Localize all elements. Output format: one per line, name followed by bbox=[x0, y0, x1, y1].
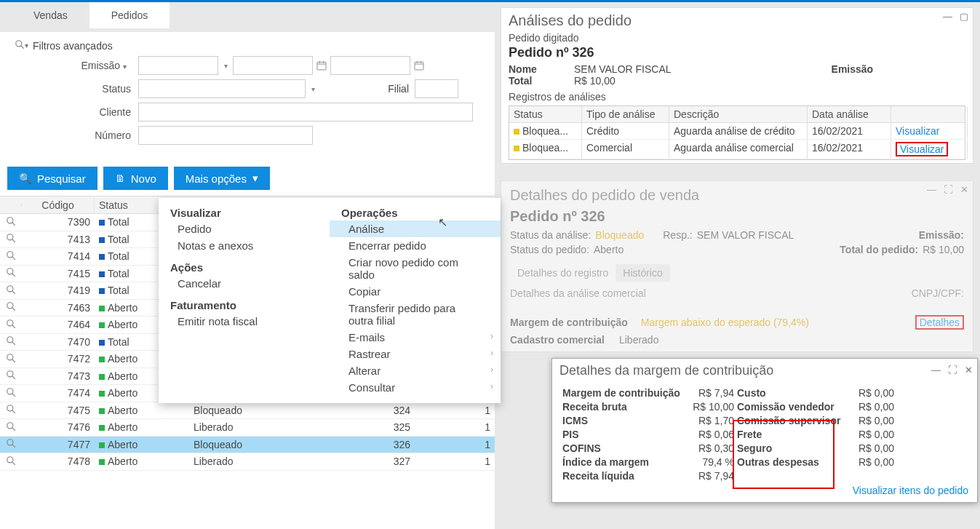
close-icon[interactable]: ✕ bbox=[960, 184, 968, 195]
row-search-icon[interactable] bbox=[0, 318, 22, 332]
filial-label: Filial bbox=[320, 83, 415, 95]
status-dot bbox=[99, 391, 105, 397]
chevron-down-icon[interactable]: ▾ bbox=[123, 63, 127, 71]
menu-consultar[interactable]: Consultar› bbox=[330, 379, 501, 396]
col-status: Status bbox=[509, 106, 582, 122]
cell-codigo: 7419 bbox=[22, 284, 95, 297]
mais-opcoes-button[interactable]: Mais opções ▾ bbox=[174, 167, 270, 190]
calendar-icon[interactable] bbox=[410, 60, 428, 71]
minimize-icon[interactable]: — bbox=[943, 11, 952, 22]
tab-vendas[interactable]: Vendas bbox=[12, 2, 89, 28]
table-row[interactable]: 7478 Aberto Liberado 327 1 bbox=[0, 453, 495, 471]
margin-left-value: R$ 7,94 bbox=[686, 387, 737, 399]
table-row[interactable]: 7477 Aberto Bloqueado 326 1 bbox=[0, 437, 495, 454]
menu-encerrar[interactable]: Encerrar pedido bbox=[330, 237, 501, 254]
pesquisar-button[interactable]: 🔍Pesquisar bbox=[7, 167, 97, 190]
row-search-icon[interactable] bbox=[0, 232, 22, 246]
emissao-label: Emissão bbox=[832, 63, 874, 75]
menu-emitir-nf[interactable]: Emitir nota fiscal bbox=[159, 313, 330, 330]
filtros-avancados-label[interactable]: Filtros avançados bbox=[33, 40, 113, 52]
cell-codigo: 7476 bbox=[22, 421, 95, 434]
status-dropdown[interactable] bbox=[138, 79, 306, 98]
numero-input[interactable] bbox=[138, 126, 313, 145]
search-icon[interactable] bbox=[15, 39, 25, 52]
close-icon[interactable]: ✕ bbox=[965, 365, 973, 375]
table-row[interactable]: Bloquea... Crédito Aguarda análise de cr… bbox=[509, 123, 965, 140]
table-row[interactable]: Bloquea... Comercial Aguarda análise com… bbox=[509, 140, 965, 159]
row-search-icon[interactable] bbox=[0, 455, 22, 469]
minimize-icon[interactable]: — bbox=[931, 365, 941, 375]
row-search-icon[interactable] bbox=[0, 369, 22, 383]
margin-right-label: Comissão supervisor bbox=[737, 415, 846, 426]
menu-alterar[interactable]: Alterar› bbox=[330, 362, 501, 379]
row-search-icon[interactable] bbox=[0, 386, 22, 400]
margin-left-value: R$ 0,06 bbox=[686, 429, 737, 440]
margin-left-value: R$ 7,94 bbox=[686, 470, 737, 482]
menu-criar-saldo[interactable]: Criar novo pedido com saldo bbox=[330, 254, 501, 283]
svg-line-21 bbox=[12, 308, 15, 311]
visualizar-itens-link[interactable]: Visualizar itens do pedido bbox=[853, 485, 968, 496]
col-codigo[interactable]: Código bbox=[22, 198, 95, 212]
menu-rastrear[interactable]: Rastrear› bbox=[330, 346, 501, 362]
row-search-icon[interactable] bbox=[0, 437, 22, 451]
menu-analise[interactable]: Análise bbox=[330, 220, 501, 237]
svg-line-33 bbox=[12, 410, 15, 413]
cursor-icon: ↖ bbox=[438, 215, 447, 229]
row-search-icon[interactable] bbox=[0, 335, 22, 349]
filial-input[interactable] bbox=[415, 79, 458, 98]
row-search-icon[interactable] bbox=[0, 352, 22, 366]
status-dot bbox=[99, 254, 105, 260]
svg-line-35 bbox=[12, 428, 15, 431]
row-search-icon[interactable] bbox=[0, 250, 22, 263]
menu-copiar[interactable]: Copiar bbox=[330, 283, 501, 300]
table-row[interactable]: 7476 Aberto Liberado 325 1 bbox=[0, 419, 495, 437]
menu-emails[interactable]: E-mails› bbox=[330, 329, 501, 346]
menu-notas[interactable]: Notas e anexos bbox=[159, 237, 330, 254]
menu-pedido[interactable]: Pedido bbox=[159, 220, 330, 237]
row-search-icon[interactable] bbox=[0, 421, 22, 434]
status-dot bbox=[99, 220, 105, 226]
maximize-icon[interactable]: ▢ bbox=[960, 11, 968, 22]
cell-codigo: 7463 bbox=[22, 301, 95, 314]
cliente-input[interactable] bbox=[138, 103, 473, 122]
svg-line-15 bbox=[12, 257, 15, 260]
margin-right-label: Custo bbox=[737, 387, 846, 399]
status-pedido-label: Status do pedido: bbox=[510, 244, 589, 255]
maximize-icon[interactable]: ⛶ bbox=[948, 365, 957, 375]
status-label: Status bbox=[15, 83, 138, 95]
menu-hdr-faturamento: Faturamento bbox=[159, 296, 330, 313]
chevron-down-icon[interactable]: ▾ bbox=[306, 85, 320, 93]
maximize-icon[interactable]: ⛶ bbox=[944, 184, 953, 195]
minimize-icon[interactable]: — bbox=[927, 184, 936, 195]
row-search-icon[interactable] bbox=[0, 266, 22, 280]
row-search-icon[interactable] bbox=[0, 301, 22, 314]
visualizar-link[interactable]: Visualizar bbox=[896, 142, 948, 156]
row-search-icon[interactable] bbox=[0, 403, 22, 417]
chevron-down-icon[interactable]: ▾ bbox=[218, 62, 233, 70]
row-search-icon[interactable] bbox=[0, 284, 22, 298]
menu-transferir[interactable]: Transferir pedido para outra filial bbox=[330, 300, 501, 329]
row-search-icon[interactable] bbox=[0, 215, 22, 229]
tab-pedidos[interactable]: Pedidos bbox=[89, 2, 170, 28]
tab-historico[interactable]: Histórico bbox=[616, 264, 669, 282]
emissao-date-from[interactable] bbox=[233, 56, 313, 75]
menu-cancelar[interactable]: Cancelar bbox=[159, 275, 330, 292]
svg-point-10 bbox=[7, 218, 13, 223]
status-pedido-value: Aberto bbox=[594, 244, 624, 255]
mais-label: Mais opções bbox=[186, 172, 247, 185]
tab-detalhes-registro[interactable]: Detalhes do registro bbox=[510, 264, 616, 282]
status-dot bbox=[99, 322, 105, 328]
emissao-date-to[interactable] bbox=[330, 56, 410, 75]
status-dot bbox=[99, 271, 105, 277]
analises-table: Status Tipo de análise Descrição Data an… bbox=[509, 106, 965, 160]
chevron-down-icon[interactable]: ▾ bbox=[25, 41, 28, 49]
status-square-icon bbox=[514, 129, 519, 135]
detalhes-button[interactable]: Detalhes bbox=[915, 315, 964, 330]
table-row[interactable]: 7475 Aberto Bloqueado 324 1 bbox=[0, 402, 495, 420]
visualizar-link[interactable]: Visualizar bbox=[896, 125, 939, 137]
svg-point-28 bbox=[7, 371, 13, 377]
novo-button[interactable]: 🗎Novo bbox=[103, 167, 168, 190]
emissao-dropdown[interactable] bbox=[138, 56, 218, 75]
margin-right-value: R$ 0,00 bbox=[846, 442, 897, 454]
calendar-icon[interactable] bbox=[313, 60, 330, 71]
